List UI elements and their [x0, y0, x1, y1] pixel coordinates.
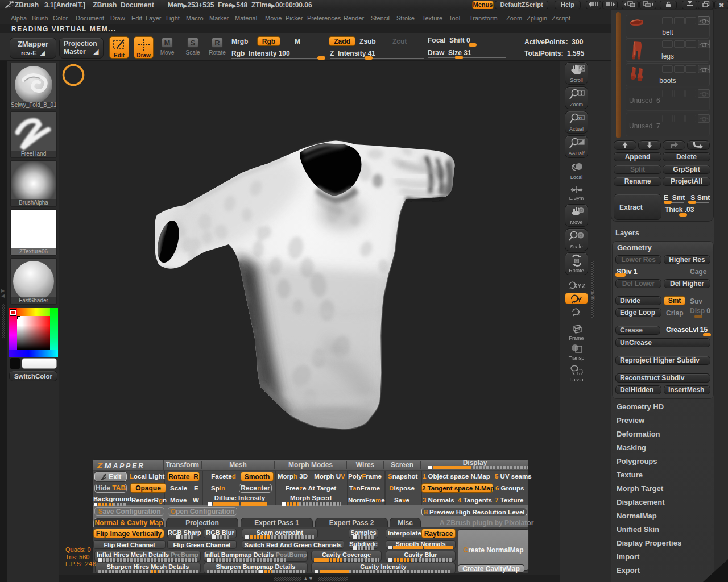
svg-text:XYZ: XYZ	[573, 282, 586, 289]
svg-text:Y: Y	[577, 296, 582, 304]
svg-text:Z: Z	[577, 310, 580, 317]
svg-text:x1: x1	[578, 116, 583, 120]
